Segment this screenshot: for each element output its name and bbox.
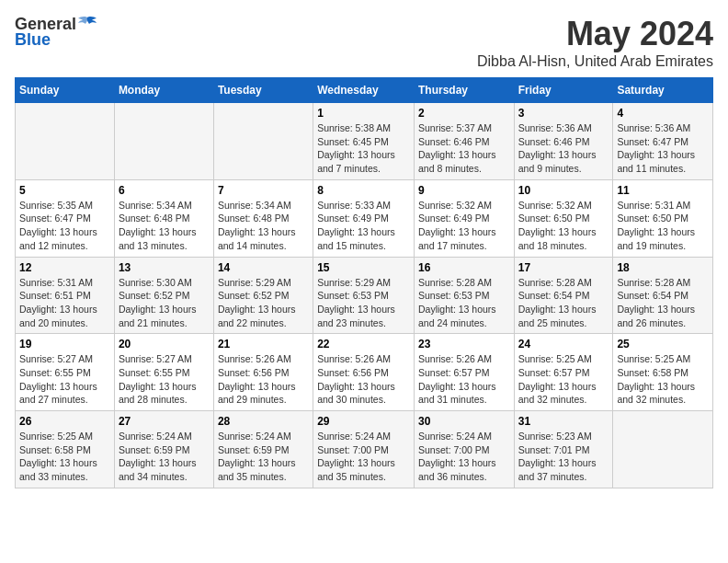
day-number: 19 (19, 338, 110, 350)
calendar-cell: 10Sunrise: 5:32 AM Sunset: 6:50 PM Dayli… (514, 179, 613, 257)
calendar-cell: 26Sunrise: 5:25 AM Sunset: 6:58 PM Dayli… (16, 411, 115, 488)
day-info: Sunrise: 5:28 AM Sunset: 6:54 PM Dayligh… (518, 277, 597, 328)
day-number: 18 (617, 261, 709, 274)
day-info: Sunrise: 5:31 AM Sunset: 6:50 PM Dayligh… (617, 200, 695, 251)
day-number: 23 (418, 338, 510, 350)
calendar-cell: 25Sunrise: 5:25 AM Sunset: 6:58 PM Dayli… (613, 334, 713, 411)
calendar-cell: 7Sunrise: 5:34 AM Sunset: 6:48 PM Daylig… (213, 179, 313, 257)
day-info: Sunrise: 5:24 AM Sunset: 7:00 PM Dayligh… (317, 431, 395, 482)
calendar-cell: 30Sunrise: 5:24 AM Sunset: 7:00 PM Dayli… (414, 411, 514, 488)
subtitle: Dibba Al-Hisn, United Arab Emirates (477, 53, 713, 70)
day-number: 30 (418, 415, 510, 428)
logo-blue-text: Blue (15, 30, 51, 50)
calendar-cell: 29Sunrise: 5:24 AM Sunset: 7:00 PM Dayli… (313, 411, 415, 488)
day-number: 31 (518, 415, 609, 428)
day-info: Sunrise: 5:26 AM Sunset: 6:57 PM Dayligh… (418, 353, 496, 405)
calendar-week-row: 1Sunrise: 5:38 AM Sunset: 6:45 PM Daylig… (16, 103, 713, 180)
calendar-cell (213, 103, 313, 180)
day-number: 14 (218, 261, 309, 274)
day-info: Sunrise: 5:28 AM Sunset: 6:53 PM Dayligh… (418, 277, 496, 328)
day-info: Sunrise: 5:25 AM Sunset: 6:58 PM Dayligh… (19, 431, 97, 482)
day-info: Sunrise: 5:32 AM Sunset: 6:49 PM Dayligh… (418, 200, 496, 251)
calendar-table: SundayMondayTuesdayWednesdayThursdayFrid… (15, 77, 713, 488)
header-row: SundayMondayTuesdayWednesdayThursdayFrid… (16, 78, 713, 103)
day-info: Sunrise: 5:37 AM Sunset: 6:46 PM Dayligh… (418, 122, 496, 174)
day-number: 2 (418, 107, 510, 120)
day-info: Sunrise: 5:35 AM Sunset: 6:47 PM Dayligh… (19, 200, 97, 251)
day-info: Sunrise: 5:36 AM Sunset: 6:46 PM Dayligh… (518, 122, 597, 174)
day-info: Sunrise: 5:36 AM Sunset: 6:47 PM Dayligh… (617, 122, 695, 174)
day-info: Sunrise: 5:26 AM Sunset: 6:56 PM Dayligh… (218, 353, 296, 405)
day-number: 12 (19, 261, 110, 274)
day-info: Sunrise: 5:25 AM Sunset: 6:58 PM Dayligh… (617, 353, 695, 405)
day-number: 28 (218, 415, 309, 428)
day-info: Sunrise: 5:25 AM Sunset: 6:57 PM Dayligh… (518, 353, 597, 405)
calendar-cell: 12Sunrise: 5:31 AM Sunset: 6:51 PM Dayli… (16, 257, 115, 334)
day-number: 20 (119, 338, 210, 350)
header-day: Wednesday (313, 78, 415, 103)
day-number: 4 (617, 107, 709, 120)
day-number: 29 (317, 415, 410, 428)
day-number: 13 (119, 261, 210, 274)
day-number: 8 (317, 184, 410, 197)
calendar-cell: 14Sunrise: 5:29 AM Sunset: 6:52 PM Dayli… (213, 257, 313, 334)
day-info: Sunrise: 5:32 AM Sunset: 6:50 PM Dayligh… (518, 200, 597, 251)
calendar-cell: 31Sunrise: 5:23 AM Sunset: 7:01 PM Dayli… (514, 411, 613, 488)
logo-bird-icon (78, 16, 97, 30)
calendar-cell: 8Sunrise: 5:33 AM Sunset: 6:49 PM Daylig… (313, 179, 415, 257)
calendar-cell (613, 411, 713, 488)
day-number: 11 (617, 184, 709, 197)
day-number: 27 (119, 415, 210, 428)
day-info: Sunrise: 5:23 AM Sunset: 7:01 PM Dayligh… (518, 431, 597, 482)
day-number: 22 (317, 338, 410, 350)
calendar-cell: 13Sunrise: 5:30 AM Sunset: 6:52 PM Dayli… (114, 257, 213, 334)
header-day: Tuesday (213, 78, 313, 103)
header-day: Thursday (414, 78, 514, 103)
calendar-cell: 11Sunrise: 5:31 AM Sunset: 6:50 PM Dayli… (613, 179, 713, 257)
calendar-week-row: 12Sunrise: 5:31 AM Sunset: 6:51 PM Dayli… (16, 257, 713, 334)
day-info: Sunrise: 5:34 AM Sunset: 6:48 PM Dayligh… (119, 200, 197, 251)
calendar-cell: 6Sunrise: 5:34 AM Sunset: 6:48 PM Daylig… (114, 179, 213, 257)
day-number: 15 (317, 261, 410, 274)
calendar-cell: 18Sunrise: 5:28 AM Sunset: 6:54 PM Dayli… (613, 257, 713, 334)
day-number: 9 (418, 184, 510, 197)
day-number: 16 (418, 261, 510, 274)
day-info: Sunrise: 5:26 AM Sunset: 6:56 PM Dayligh… (317, 353, 395, 405)
calendar-cell: 3Sunrise: 5:36 AM Sunset: 6:46 PM Daylig… (514, 103, 613, 180)
calendar-cell: 16Sunrise: 5:28 AM Sunset: 6:53 PM Dayli… (414, 257, 514, 334)
calendar-cell: 1Sunrise: 5:38 AM Sunset: 6:45 PM Daylig… (313, 103, 415, 180)
calendar-cell: 19Sunrise: 5:27 AM Sunset: 6:55 PM Dayli… (16, 334, 115, 411)
calendar-cell: 23Sunrise: 5:26 AM Sunset: 6:57 PM Dayli… (414, 334, 514, 411)
day-info: Sunrise: 5:38 AM Sunset: 6:45 PM Dayligh… (317, 122, 395, 174)
day-info: Sunrise: 5:33 AM Sunset: 6:49 PM Dayligh… (317, 200, 395, 251)
day-number: 24 (518, 338, 609, 350)
calendar-cell: 27Sunrise: 5:24 AM Sunset: 6:59 PM Dayli… (114, 411, 213, 488)
main-title: May 2024 (477, 15, 713, 53)
day-number: 5 (19, 184, 110, 197)
calendar-cell: 20Sunrise: 5:27 AM Sunset: 6:55 PM Dayli… (114, 334, 213, 411)
calendar-cell: 4Sunrise: 5:36 AM Sunset: 6:47 PM Daylig… (613, 103, 713, 180)
day-info: Sunrise: 5:34 AM Sunset: 6:48 PM Dayligh… (218, 200, 296, 251)
header-day: Saturday (613, 78, 713, 103)
day-info: Sunrise: 5:27 AM Sunset: 6:55 PM Dayligh… (119, 353, 197, 405)
day-number: 25 (617, 338, 709, 350)
calendar-cell: 28Sunrise: 5:24 AM Sunset: 6:59 PM Dayli… (213, 411, 313, 488)
day-info: Sunrise: 5:24 AM Sunset: 6:59 PM Dayligh… (119, 431, 197, 482)
header-day: Friday (514, 78, 613, 103)
day-number: 10 (518, 184, 609, 197)
calendar-cell: 5Sunrise: 5:35 AM Sunset: 6:47 PM Daylig… (16, 179, 115, 257)
day-info: Sunrise: 5:28 AM Sunset: 6:54 PM Dayligh… (617, 277, 695, 328)
logo: General Blue (15, 15, 97, 50)
day-number: 17 (518, 261, 609, 274)
calendar-week-row: 26Sunrise: 5:25 AM Sunset: 6:58 PM Dayli… (16, 411, 713, 488)
calendar-cell: 24Sunrise: 5:25 AM Sunset: 6:57 PM Dayli… (514, 334, 613, 411)
calendar-cell: 17Sunrise: 5:28 AM Sunset: 6:54 PM Dayli… (514, 257, 613, 334)
calendar-cell: 22Sunrise: 5:26 AM Sunset: 6:56 PM Dayli… (313, 334, 415, 411)
day-info: Sunrise: 5:31 AM Sunset: 6:51 PM Dayligh… (19, 277, 97, 328)
day-number: 6 (119, 184, 210, 197)
calendar-week-row: 5Sunrise: 5:35 AM Sunset: 6:47 PM Daylig… (16, 179, 713, 257)
calendar-week-row: 19Sunrise: 5:27 AM Sunset: 6:55 PM Dayli… (16, 334, 713, 411)
day-info: Sunrise: 5:30 AM Sunset: 6:52 PM Dayligh… (119, 277, 197, 328)
day-number: 1 (317, 107, 410, 120)
header-day: Monday (114, 78, 213, 103)
